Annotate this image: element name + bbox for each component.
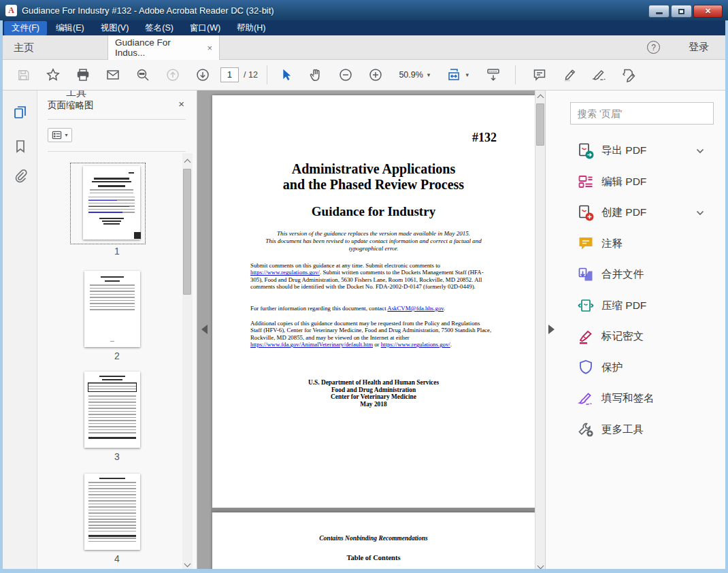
export-pdf-icon [577,142,595,160]
options-caret-icon: ▾ [65,132,67,138]
document-scrollbar[interactable] [535,91,545,573]
tool-fill-sign[interactable]: 填写和签名 [546,383,725,414]
next-page-button[interactable] [188,63,218,86]
bookmarks-rail-button[interactable] [12,137,29,155]
highlight-button[interactable] [555,63,584,86]
note-line3: typographical error. [349,245,399,252]
thumb-link-line [88,206,129,208]
thumbnail-page-4[interactable] [84,474,140,550]
tool-comment[interactable]: 注释 [546,229,725,260]
menu-view[interactable]: 视图(V) [93,21,137,35]
menu-help[interactable]: 帮助(H) [229,21,273,35]
help-button[interactable]: ? [647,41,660,54]
doc-paragraph-comments: Submit comments on this guidance at any … [250,262,493,291]
paragraph-text: For further information regarding this d… [250,305,387,312]
toolbar: / 12 50.9% ▾ ▾ [0,60,728,91]
login-button[interactable]: 登录 [689,41,709,54]
thumb-line [94,178,129,180]
scrolling-mode-icon [485,67,501,83]
document-view[interactable]: #132 Administrative Applications and the… [197,91,535,573]
tab-close-icon[interactable]: × [207,43,212,53]
tools-search-input[interactable] [570,102,714,125]
search-button[interactable] [128,63,158,86]
fda-animal-veterinary-link[interactable]: https://www.fda.gov/AnimalVeterinary/def… [250,341,373,348]
doc-paragraph-copies: Additional copies of this guidance docum… [250,320,493,348]
menu-file[interactable]: 文件(F) [4,21,47,35]
close-button[interactable]: ✕ [693,5,723,18]
sign-button[interactable] [584,63,614,86]
combine-files-icon [577,266,595,284]
scrolling-mode-button[interactable] [478,63,508,86]
toolbar-separator [267,65,267,84]
tool-create-pdf[interactable]: 创建 PDF [546,197,725,229]
doc-paragraph-contact: For further information regarding this d… [250,305,493,312]
regulations-gov-link[interactable]: https://www.regulations.gov/ [250,269,320,276]
tool-edit-pdf[interactable]: 编辑 PDF [546,167,725,198]
page-thumbnails-rail-button[interactable] [12,103,29,121]
comment-button[interactable] [525,63,555,86]
thumbnails-scrollbar[interactable] [182,153,193,573]
page-total-label: / 12 [244,70,258,80]
menu-sign[interactable]: 签名(S) [137,21,181,35]
print-button[interactable] [68,63,98,86]
attachments-rail-button[interactable] [12,167,29,184]
doc-subtitle: Guidance for Industry [212,204,535,219]
thumb-boxed-text [88,382,137,392]
minimize-button[interactable] [648,5,669,18]
scroll-down-button[interactable] [182,559,193,569]
chevron-down-icon [537,563,544,570]
zoom-in-button[interactable] [361,63,391,86]
thumbnail-page-1[interactable] [83,166,140,240]
chevron-up-icon [184,159,191,166]
zoom-level-dropdown[interactable]: 50.9% ▾ [395,70,431,80]
fill-sign-button[interactable] [614,63,644,86]
thumbnail-page-2[interactable] [84,271,140,347]
thumb-line [98,185,125,187]
collapse-right-panel-button[interactable] [548,325,555,334]
pdf-page-2[interactable]: Contains Nonbinding Recommendations Tabl… [212,512,535,573]
askcvm-email-link[interactable]: AskCVM@fda.hhs.gov [387,305,444,312]
page-number-input[interactable] [220,67,239,82]
tool-protect[interactable]: 保护 [546,353,725,384]
menu-edit[interactable]: 编辑(E) [48,21,92,35]
thumbnail-page-3[interactable] [84,372,140,448]
regulations-gov-link[interactable]: https://www.regulations.gov/ [381,341,450,348]
paragraph-text: or [373,341,381,348]
thumbnails-options-button[interactable]: ▾ [48,128,72,142]
tool-compress-pdf[interactable]: 压缩 PDF [546,291,725,322]
tool-label: 保护 [601,361,623,375]
scrollbar-thumb[interactable] [183,169,191,295]
collapse-left-panel-button[interactable] [201,325,208,334]
save-button[interactable] [8,63,38,86]
thumbnail-resize-handle[interactable] [134,232,141,239]
tool-more-tools[interactable]: 更多工具 [546,414,725,446]
previous-page-button[interactable] [158,63,188,86]
tab-document-label: Gudiance For Indus... [115,37,200,58]
thumb-text-block [88,538,136,543]
zoom-out-button[interactable] [331,63,361,86]
thumb-line [99,478,125,479]
page2-toc-title: Table of Contents [212,554,535,561]
select-tool-button[interactable] [271,63,301,86]
tool-export-pdf[interactable]: 导出 PDF [546,135,725,167]
tool-combine-files[interactable]: 合并文件 [546,259,725,291]
maximize-button[interactable] [671,5,692,18]
fit-width-dropdown[interactable]: ▾ [446,67,469,82]
tab-document[interactable]: Gudiance For Indus... × [107,35,220,60]
scrollbar-thumb[interactable] [536,103,544,146]
menu-window[interactable]: 窗口(W) [182,21,228,35]
email-button[interactable] [98,63,128,86]
hand-tool-button[interactable] [301,63,331,86]
star-button[interactable] [38,63,68,86]
tool-label: 创建 PDF [601,206,646,220]
window-border-right [725,20,728,573]
tab-bar: 主页 工具 Gudiance For Indus... × ? 登录 [0,35,728,60]
fit-width-icon [446,67,461,82]
scroll-up-button[interactable] [182,157,193,167]
minus-circle-icon [338,67,353,82]
note-line1: This version of the guidance replaces th… [277,230,470,237]
tool-redact[interactable]: 标记密文 [546,321,725,353]
pdf-page-1[interactable]: #132 Administrative Applications and the… [212,95,535,508]
zoom-level-value: 50.9% [395,70,423,80]
tab-home[interactable]: 主页 [14,35,34,60]
